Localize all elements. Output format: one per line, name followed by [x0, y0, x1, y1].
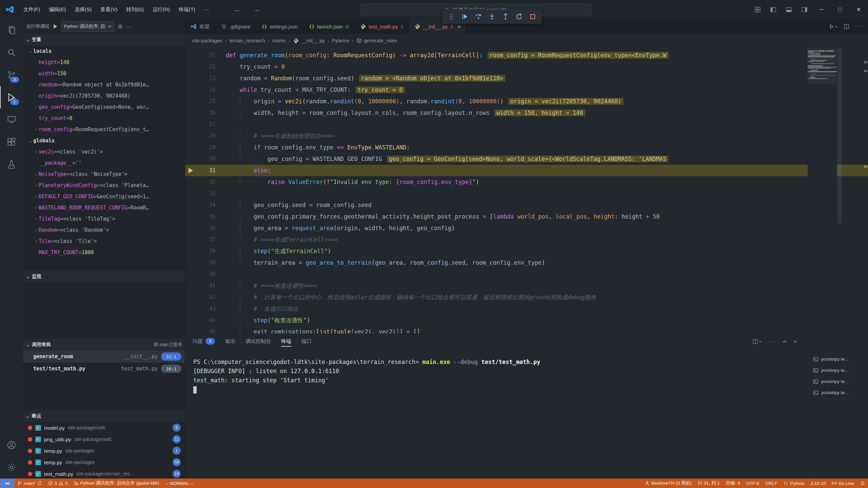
remote-indicator[interactable]: ><	[0, 479, 14, 488]
menu-item[interactable]: 转到(G)	[122, 0, 148, 19]
gutter-breakpoint-column[interactable]	[185, 188, 197, 199]
gutter-breakpoint-column[interactable]	[185, 84, 197, 96]
gutter-breakpoint-column[interactable]	[185, 303, 197, 314]
menu-item[interactable]: 文件(F)	[19, 0, 44, 19]
close-button[interactable]: ✕	[849, 0, 868, 19]
menu-item[interactable]: ···	[200, 0, 214, 19]
breakpoints-section-header[interactable]: ⌄ 断点	[23, 410, 185, 422]
statusbar-git-blame[interactable]: blueloveTH (3 周前)	[642, 479, 695, 488]
code-line[interactable]: 23 random = Random(room_config.seed)rand…	[185, 73, 868, 84]
toggle-sidebar-icon[interactable]	[765, 0, 781, 19]
toggle-panel-icon[interactable]	[781, 0, 796, 19]
activity-run-debug[interactable]: 1	[0, 86, 23, 108]
code-line[interactable]: 44 step("检查连通性")	[185, 314, 868, 326]
variable-row[interactable]: height = 140	[23, 57, 185, 68]
panel-tab-问题[interactable]: 问题3	[193, 334, 215, 349]
gutter-breakpoint-column[interactable]	[185, 142, 197, 153]
split-terminal-icon[interactable]	[753, 339, 762, 344]
call-stack-frame[interactable]: test/test_math.pytest_math.py16:1	[23, 363, 185, 375]
gutter-breakpoint-column[interactable]	[185, 119, 197, 130]
breakpoint-row[interactable]: ✓temp.pysite-packages58	[23, 456, 185, 468]
variable-row[interactable]: MAX_TRY_COUNT = 1000	[23, 247, 185, 258]
gutter-breakpoint-column[interactable]	[185, 280, 197, 291]
terminal-session-item[interactable]: pocketpy te…	[810, 376, 868, 387]
variable-row[interactable]: width = 150	[23, 68, 185, 79]
code-line[interactable]: 36 geo_area = request_area(origin, width…	[185, 222, 868, 234]
activity-account[interactable]	[0, 434, 23, 456]
stop-icon[interactable]	[527, 11, 539, 22]
code-line[interactable]: 31 else:	[185, 165, 868, 176]
variable-row[interactable]: ›DEFAULT_GEO_CONFIG = GeoConfig(seed=1…	[23, 191, 185, 202]
gutter-breakpoint-column[interactable]	[185, 268, 197, 280]
statusbar-go-live[interactable]: Go Live	[829, 479, 857, 488]
activity-testing[interactable]	[0, 153, 23, 176]
panel-tab-终端[interactable]: 终端	[281, 334, 291, 349]
variable-row[interactable]: ›Tile = <class 'Tile'>	[23, 236, 185, 247]
toggle-secondary-sidebar-icon[interactable]	[796, 0, 812, 19]
checkbox-checked-icon[interactable]: ✓	[35, 471, 41, 477]
code-line[interactable]: 33	[185, 188, 868, 199]
panel-tab-端口[interactable]: 端口	[301, 334, 312, 349]
variables-section-header[interactable]: ⌄ 变量	[23, 34, 185, 45]
minimize-button[interactable]: ─	[812, 0, 831, 19]
breakpoint-row[interactable]: ✓test_math.pysite-packages\terrain_res…1…	[23, 468, 185, 479]
maximize-button[interactable]: □	[831, 0, 849, 19]
gutter-breakpoint-column[interactable]	[185, 107, 197, 119]
tab-settings.json[interactable]: {}settings.json	[256, 19, 304, 34]
code-line[interactable]: 32 raise ValueError(f"Invalid env type: …	[185, 176, 868, 188]
checkbox-checked-icon[interactable]: ✓	[35, 425, 41, 431]
close-icon[interactable]: ×	[457, 24, 460, 29]
gutter-breakpoint-column[interactable]	[185, 96, 197, 107]
code-line[interactable]: 38 step("生成TerrainCell")	[185, 245, 868, 257]
code-line[interactable]: 26 width, height = room_config.layout.n_…	[185, 107, 868, 119]
code-line[interactable]: 43 # 生成出口组合	[185, 303, 868, 314]
tab-[interactable]: 欢迎	[185, 19, 215, 34]
editor-scrollbar[interactable]	[837, 47, 842, 224]
variable-row[interactable]: ›PlanetaryWindConfig = <class 'Planeta…	[23, 180, 185, 191]
statusbar-debug-session[interactable]: Python 调试程序: 启动文件 (godot-ldtk)	[71, 479, 162, 488]
code-line[interactable]: 30 geo_config = WASTELAND_GEO_CONFIGgeo_…	[185, 153, 868, 165]
restart-icon[interactable]	[513, 11, 525, 22]
menu-item[interactable]: 查看(V)	[96, 0, 122, 19]
code-line[interactable]: 42 # 计算每一个出口的中心，然后使用astar生成路径，确保每一个出口组合都…	[185, 291, 868, 303]
code-line[interactable]: 22 try_count = 0	[185, 61, 868, 73]
variable-row[interactable]: ›Random = <class 'Random'>	[23, 224, 185, 236]
gutter-breakpoint-column[interactable]	[185, 234, 197, 245]
code-line[interactable]: 29 if room_config.env_type == EnvType.WA…	[185, 142, 868, 153]
variable-row[interactable]: __package__ = ''	[23, 157, 185, 168]
step-into-icon[interactable]	[486, 11, 498, 22]
breadcrumb-item[interactable]: __init__.py	[293, 38, 325, 44]
statusbar-problems[interactable]: 30	[45, 479, 71, 488]
close-panel-icon[interactable]: ×	[794, 339, 797, 344]
breadcrumb-item[interactable]: rooms	[272, 38, 286, 43]
variable-row[interactable]: ›geo_config = GeoConfig(seed=None, wor…	[23, 101, 185, 113]
code-line[interactable]: 21def generate_room(room_config: RoomReq…	[185, 49, 868, 61]
code-line[interactable]: 37 # ====生成TerrainCell====	[185, 234, 868, 245]
breadcrumb-item[interactable]: site-packages	[192, 38, 222, 43]
step-out-icon[interactable]	[499, 11, 512, 22]
call-stack-frame[interactable]: generate_room__init__.py31:1	[23, 350, 185, 363]
statusbar-eol[interactable]: CRLF	[762, 479, 780, 488]
gutter-breakpoint-column[interactable]	[185, 73, 197, 84]
code-line[interactable]: 40	[185, 268, 868, 280]
menu-item[interactable]: 终端(T)	[174, 0, 200, 19]
start-debug-icon[interactable]	[52, 23, 58, 29]
code-line[interactable]: 27	[185, 119, 868, 130]
tab-launch.json[interactable]: {}launch.jsonU	[304, 19, 355, 34]
statusbar-cursor-position[interactable]: 行 31, 列 1	[695, 479, 723, 488]
code-line[interactable]: 25 origin = vec2i(random.randint(0, 1000…	[185, 96, 868, 107]
terminal[interactable]: PS C:\computer_science\godot-ldtk\site-p…	[185, 349, 809, 479]
variable-row[interactable]: origin = vec2i(7205730, 9024468)	[23, 90, 185, 101]
statusbar-indentation[interactable]: 空格: 4	[723, 479, 743, 488]
gutter-breakpoint-column[interactable]	[185, 257, 197, 268]
variable-row[interactable]: ›WASTELAND_ROOM_REQUEST_CONFIG = RoomR…	[23, 202, 185, 213]
customize-layout-icon[interactable]	[750, 0, 765, 19]
code-line[interactable]: 34 geo_config.seed = room_config.seed	[185, 199, 868, 211]
debug-config-select[interactable]: Python 调试程序: 启:	[61, 21, 115, 32]
gutter-breakpoint-column[interactable]	[185, 245, 197, 257]
nav-back-icon[interactable]: ←	[234, 5, 241, 14]
gutter-breakpoint-column[interactable]	[185, 61, 197, 73]
gutter-breakpoint-column[interactable]	[185, 314, 197, 326]
watch-section-header[interactable]: ⌄ 监视	[23, 271, 185, 282]
code-line[interactable]: 35 geo_config.primary_forces.geothermal_…	[185, 211, 868, 222]
